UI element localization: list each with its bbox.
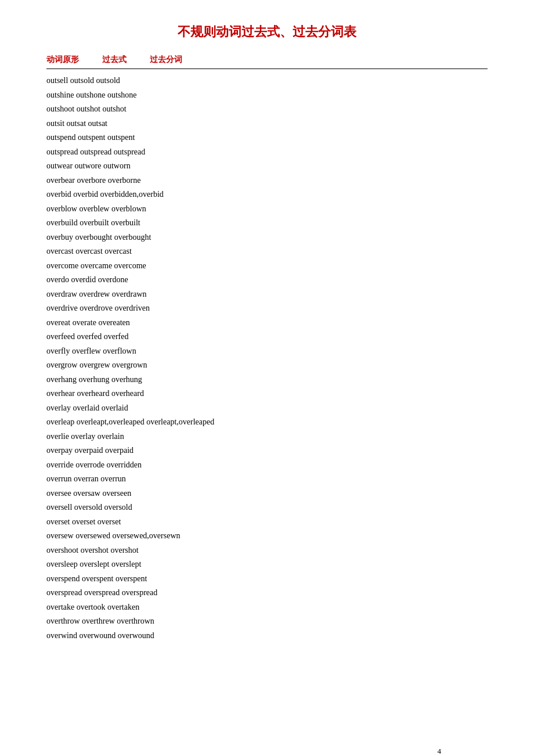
list-item: overbear overbore overborne — [46, 174, 488, 188]
list-item: overtake overtook overtaken — [46, 600, 488, 615]
col-header-1: 动词原形 — [46, 55, 79, 65]
page-number: 4 — [438, 747, 442, 756]
list-item: override overrode overridden — [46, 458, 488, 473]
list-item: overlay overlaid overlaid — [46, 401, 488, 416]
list-item: overeat overate overeaten — [46, 316, 488, 330]
list-item: overdo overdid overdone — [46, 273, 488, 287]
list-item: outsit outsat outsat — [46, 117, 488, 131]
list-item: overfeed overfed overfed — [46, 330, 488, 344]
list-item: overbid overbid overbidden,overbid — [46, 188, 488, 202]
list-item: overdraw overdrew overdrawn — [46, 287, 488, 302]
list-item: overpay overpaid overpaid — [46, 444, 488, 458]
list-item: overleap overleapt,overleaped overleapt,… — [46, 415, 488, 430]
page-title: 不规则动词过去式、过去分词表 — [46, 23, 488, 41]
list-item: outsell outsold outsold — [46, 74, 488, 88]
list-item: overhang overhung overhung — [46, 373, 488, 387]
list-item: overbuy overbought overbought — [46, 231, 488, 245]
list-item: overblow overblew overblown — [46, 202, 488, 217]
list-item: overspend overspent overspent — [46, 572, 488, 586]
list-item: oversell oversold oversold — [46, 501, 488, 515]
col-header-3: 过去分词 — [150, 55, 182, 65]
list-item: overcome overcame overcome — [46, 259, 488, 273]
list-item: overhear overheard overheard — [46, 387, 488, 401]
list-item: overlie overlay overlain — [46, 430, 488, 444]
list-item: outshine outshone outshone — [46, 88, 488, 103]
column-header: 动词原形 过去式 过去分词 — [46, 55, 488, 69]
list-item: overdrive overdrove overdriven — [46, 301, 488, 316]
list-item: overrun overran overrun — [46, 472, 488, 487]
page-wrapper: 不规则动词过去式、过去分词表 动词原形 过去式 过去分词 outsell out… — [46, 23, 488, 756]
list-item: overthrow overthrew overthrown — [46, 614, 488, 629]
verb-list: outsell outsold outsoldoutshine outshone… — [46, 74, 488, 643]
list-item: outspend outspent outspent — [46, 131, 488, 145]
list-item: oversew oversewed oversewed,oversewn — [46, 529, 488, 543]
col-header-2: 过去式 — [102, 55, 127, 65]
list-item: overspread overspread overspread — [46, 586, 488, 600]
list-item: overfly overflew overflown — [46, 344, 488, 359]
list-item: overbuild overbuilt overbuilt — [46, 216, 488, 231]
list-item: outwear outwore outworn — [46, 159, 488, 174]
list-item: outspread outspread outspread — [46, 145, 488, 160]
list-item: overgrow overgrew overgrown — [46, 358, 488, 373]
list-item: oversee oversaw overseen — [46, 487, 488, 501]
list-item: overset overset overset — [46, 515, 488, 530]
list-item: overwind overwound overwound — [46, 629, 488, 643]
list-item: overcast overcast overcast — [46, 244, 488, 259]
list-item: outshoot outshot outshot — [46, 102, 488, 117]
list-item: overshoot overshot overshot — [46, 543, 488, 558]
list-item: oversleep overslept overslept — [46, 557, 488, 572]
